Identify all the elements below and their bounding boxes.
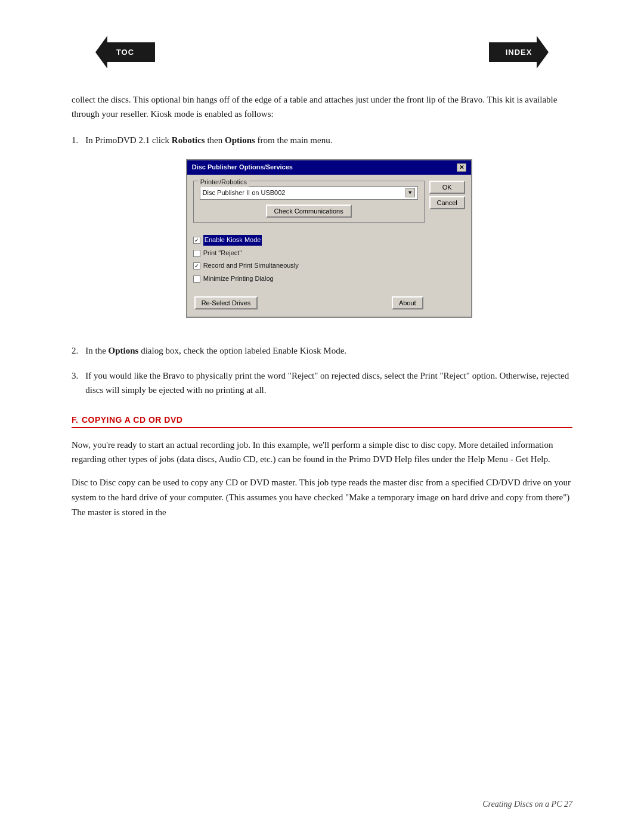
index-label: INDEX	[506, 48, 532, 57]
step-1-bold2: Options	[225, 135, 255, 145]
navigation-arrows: TOC INDEX	[72, 36, 572, 69]
intro-paragraph: collect the discs. This optional bin han…	[72, 92, 572, 121]
step-1-number: 1.	[72, 133, 78, 333]
cancel-button[interactable]: Cancel	[429, 196, 465, 209]
spacer	[193, 228, 425, 235]
checkbox-print-reject-box[interactable]	[193, 250, 200, 257]
checkbox-record-print-box[interactable]	[193, 262, 200, 270]
printer-robotics-groupbox: Printer/Robotics Disc Publisher II on US…	[193, 181, 425, 224]
dialog-close-button[interactable]: ✕	[457, 163, 466, 172]
checkbox-minimize-box[interactable]	[193, 275, 200, 283]
dialog-main-area: Printer/Robotics Disc Publisher II on US…	[193, 181, 425, 311]
page-footer: Creating Discs on a PC 27	[482, 800, 572, 809]
checkbox-print-reject-label: Print "Reject"	[203, 248, 242, 259]
select-dropdown-arrow[interactable]: ▼	[405, 188, 415, 197]
section-letter: F.	[72, 415, 78, 425]
dialog-bottom-row: Re-Select Drives About	[193, 294, 425, 311]
about-button[interactable]: About	[392, 296, 423, 309]
printer-select[interactable]: Disc Publisher II on USB002 ▼	[200, 186, 418, 200]
printer-select-value: Disc Publisher II on USB002	[203, 188, 286, 199]
groupbox-label: Printer/Robotics	[199, 177, 249, 188]
dialog-action-buttons: OK Cancel	[429, 181, 465, 311]
step-2-bold1: Options	[109, 346, 139, 355]
step-1-text-middle: then	[205, 135, 225, 145]
printer-select-row: Disc Publisher II on USB002 ▼	[200, 186, 418, 200]
step-2-content: In the Options dialog box, check the opt…	[85, 343, 572, 358]
step-2-number: 2.	[72, 343, 78, 358]
checkbox-record-print: Record and Print Simultaneously	[193, 261, 425, 271]
section-f-heading: F. COPYING A CD OR DVD	[72, 415, 572, 428]
step-1-text-after: from the main menu.	[255, 135, 333, 145]
reselect-drives-button[interactable]: Re-Select Drives	[194, 296, 258, 309]
checkbox-minimize-label: Minimize Printing Dialog	[203, 274, 274, 284]
step-3-number: 3.	[72, 368, 78, 397]
checkbox-record-print-label: Record and Print Simultaneously	[203, 261, 299, 271]
dialog-body: Printer/Robotics Disc Publisher II on US…	[187, 175, 471, 317]
toc-arrow[interactable]: TOC	[95, 36, 155, 69]
checkbox-kiosk-label: Enable Kiosk Mode	[203, 235, 262, 246]
step-1-text-before: In PrimoDVD 2.1 click	[85, 135, 172, 145]
step-1-bold1: Robotics	[172, 135, 205, 145]
step-2-text-before: In the	[85, 346, 108, 355]
section-title: COPYING A CD OR DVD	[82, 415, 182, 425]
section-f-paragraph2: Disc to Disc copy can be used to copy an…	[72, 475, 572, 519]
checkbox-kiosk-box[interactable]	[193, 237, 200, 244]
checkbox-enable-kiosk: Enable Kiosk Mode	[193, 235, 425, 246]
step-3-content: If you would like the Bravo to physicall…	[85, 368, 572, 397]
footer-text: Creating Discs on a PC 27	[482, 800, 572, 809]
check-communications-button[interactable]: Check Communications	[266, 205, 352, 218]
ok-button[interactable]: OK	[429, 181, 465, 194]
toc-label: TOC	[116, 48, 134, 57]
dialog-titlebar: Disc Publisher Options/Services ✕	[187, 160, 471, 175]
dialog-title: Disc Publisher Options/Services	[192, 162, 293, 173]
dialog-screenshot: Disc Publisher Options/Services ✕ Printe…	[186, 159, 472, 318]
checkbox-minimize-dialog: Minimize Printing Dialog	[193, 274, 425, 284]
index-arrow[interactable]: INDEX	[489, 36, 549, 69]
step-3: 3. If you would like the Bravo to physic…	[72, 368, 572, 397]
section-f-paragraph1: Now, you're ready to start an actual rec…	[72, 438, 572, 467]
spacer2	[193, 287, 425, 294]
step-2: 2. In the Options dialog box, check the …	[72, 343, 572, 358]
step-1-content: In PrimoDVD 2.1 click Robotics then Opti…	[85, 133, 572, 333]
step-1: 1. In PrimoDVD 2.1 click Robotics then O…	[72, 133, 572, 333]
checkbox-print-reject: Print "Reject"	[193, 248, 425, 259]
step-2-text-after: dialog box, check the option labeled Ena…	[138, 346, 346, 355]
